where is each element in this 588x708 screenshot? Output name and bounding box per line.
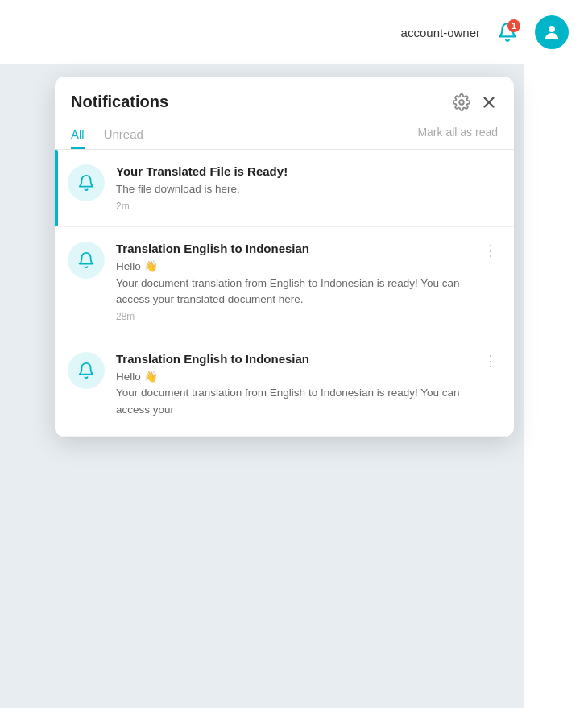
tab-unread[interactable]: Unread [104,121,143,149]
right-panel [524,64,588,708]
notification-panel: Notifications All Unread Mark all as rea… [55,77,514,437]
settings-button[interactable] [453,93,470,111]
notif-time: 2m [116,201,501,212]
bell-notification-icon [77,251,95,269]
panel-title: Notifications [71,93,168,111]
svg-point-1 [459,100,464,105]
mark-all-button[interactable]: Mark all as read [417,126,498,145]
close-icon [480,93,498,111]
notif-body: The file download is here. [116,181,501,197]
notification-badge: 1 [507,19,520,32]
notification-item[interactable]: Your Translated File is Ready! The file … [55,150,514,227]
notif-title: Your Translated File is Ready! [116,164,501,178]
gear-icon [453,93,470,111]
notif-menu-button[interactable]: ⋮ [480,352,501,370]
tabs: All Unread Mark all as read [55,111,514,150]
bell-button[interactable]: 1 [493,18,522,47]
notification-item[interactable]: Translation English to Indonesian Hello … [55,227,514,337]
notif-body: Hello 👋Your document translation from En… [116,259,480,308]
bell-notification-icon [77,362,95,379]
notifications-list[interactable]: Your Translated File is Ready! The file … [55,150,514,437]
avatar-button[interactable] [535,15,569,49]
tab-all[interactable]: All [71,121,85,149]
account-name: account-owner [401,26,480,39]
notif-content: Translation English to Indonesian Hello … [116,242,480,322]
svg-point-0 [549,26,555,32]
notif-menu-button[interactable]: ⋮ [480,242,501,259]
notif-body: Hello 👋Your document translation from En… [116,369,480,418]
notif-content: Your Translated File is Ready! The file … [116,164,501,212]
notif-icon-wrap [68,242,105,279]
notif-title: Translation English to Indonesian [116,242,480,255]
notif-time: 28m [116,311,480,322]
panel-header: Notifications [55,77,514,111]
notif-title: Translation English to Indonesian [116,352,480,366]
panel-header-icons [453,93,498,111]
notification-item[interactable]: Translation English to Indonesian Hello … [55,337,514,437]
notif-icon-wrap [68,352,105,389]
bell-notification-icon [77,174,95,192]
notif-icon-wrap [68,164,105,201]
notif-content: Translation English to Indonesian Hello … [116,352,480,421]
close-button[interactable] [480,93,498,111]
person-icon [542,23,561,42]
top-bar: account-owner 1 [0,0,588,64]
